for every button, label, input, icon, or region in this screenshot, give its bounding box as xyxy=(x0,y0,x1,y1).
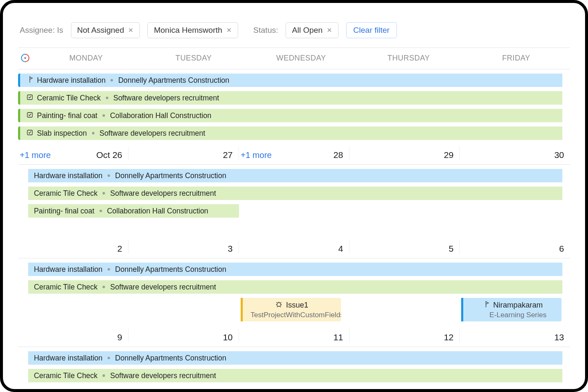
separator-dot xyxy=(102,114,105,117)
weeks-container: Hardware installationDonnelly Apartments… xyxy=(18,69,570,384)
milestone-icon xyxy=(26,76,34,85)
date-row: 23456 xyxy=(18,238,570,258)
separator-dot xyxy=(110,79,113,82)
date-number: 13 xyxy=(554,332,564,342)
status-filter-label: Status: xyxy=(253,26,278,35)
more-events-link[interactable]: +1 more xyxy=(241,150,272,160)
day-header-wed: WEDNESDAY xyxy=(247,54,355,63)
event-project: Software developers recruitment xyxy=(110,283,216,292)
separator-dot xyxy=(108,357,110,359)
separator-dot xyxy=(102,374,105,377)
date-number: 3 xyxy=(228,244,233,254)
event-project: Software developers recruitment xyxy=(113,94,219,103)
date-number: 29 xyxy=(444,150,454,160)
separator-dot xyxy=(102,286,105,288)
chip-label: All Open xyxy=(292,26,323,35)
week: Hardware installationDonnelly Apartments… xyxy=(18,69,570,165)
date-cell[interactable]: 27 xyxy=(128,147,239,160)
filter-chip-monica[interactable]: Monica Hemsworth ✕ xyxy=(147,22,238,38)
date-cell[interactable]: 3 xyxy=(128,240,239,254)
calendar-event[interactable]: Ceramic Tile CheckSoftware developers re… xyxy=(28,280,562,294)
calendar-settings-button[interactable] xyxy=(18,53,32,63)
date-number: 2 xyxy=(117,244,122,254)
date-number: Oct 26 xyxy=(96,150,122,160)
date-cell[interactable]: +1 moreOct 26 xyxy=(18,147,128,160)
filter-chip-status[interactable]: All Open ✕ xyxy=(286,22,339,38)
event-project: Collaboration Hall Construction xyxy=(110,111,211,120)
date-cell[interactable]: 6 xyxy=(459,240,570,254)
event-project: E-Learning Series xyxy=(478,311,546,319)
date-number: 4 xyxy=(338,244,343,254)
event-row: Painting- final coatCollaboration Hall C… xyxy=(18,109,570,124)
calendar-event[interactable]: Hardware installationDonnelly Apartments… xyxy=(28,169,562,182)
date-number: 30 xyxy=(554,150,564,160)
event-title: Hardware installation xyxy=(34,171,102,180)
close-icon[interactable]: ✕ xyxy=(128,26,134,34)
event-title: Hardware installation xyxy=(34,354,102,363)
event-row: Hardware installationDonnelly Apartments… xyxy=(18,351,570,366)
filter-bar: Assignee: Is Not Assigned ✕ Monica Hemsw… xyxy=(18,19,570,47)
event-row: Ceramic Tile CheckSoftware developers re… xyxy=(18,369,570,384)
event-row: Hardware installationDonnelly Apartments… xyxy=(18,169,570,184)
separator-dot xyxy=(108,268,110,271)
event-project: Donnelly Apartments Construction xyxy=(115,354,226,363)
event-title: Hardware installation xyxy=(37,76,105,85)
event-row: Ceramic Tile CheckSoftware developers re… xyxy=(18,91,570,106)
calendar-event[interactable]: Painting- final coatCollaboration Hall C… xyxy=(18,109,562,122)
date-cell[interactable]: 29 xyxy=(349,147,459,160)
gear-icon xyxy=(20,53,30,63)
event-title: Painting- final coat xyxy=(34,207,94,216)
day-header-fri: FRIDAY xyxy=(462,54,570,63)
calendar-event[interactable]: Hardware installationDonnelly Apartments… xyxy=(28,351,562,365)
date-cell[interactable]: +1 more28 xyxy=(239,147,349,160)
calendar-event[interactable]: Slab inspectionSoftware developers recru… xyxy=(18,126,562,140)
clear-filter-button[interactable]: Clear filter xyxy=(346,22,397,38)
separator-dot xyxy=(102,192,105,195)
date-number: 28 xyxy=(333,150,343,160)
date-number: 5 xyxy=(449,244,454,254)
date-cell[interactable]: 10 xyxy=(128,329,239,342)
event-project: Donnelly Apartments Construction xyxy=(118,76,229,85)
calendar-event-card[interactable]: NirampakaramE-Learning Series xyxy=(461,298,562,321)
event-row: Issue1TestProjectWithCustomFieldsNirampa… xyxy=(18,298,570,324)
date-cell[interactable]: 12 xyxy=(349,329,459,342)
event-row: Hardware installationDonnelly Apartments… xyxy=(18,263,570,278)
separator-dot xyxy=(92,132,94,134)
event-project: Software developers recruitment xyxy=(110,371,216,380)
date-cell[interactable]: 5 xyxy=(349,240,459,254)
week: Hardware installationDonnelly Apartments… xyxy=(18,258,570,347)
day-header: MONDAY TUESDAY WEDNESDAY THURSDAY FRIDAY xyxy=(18,48,570,69)
date-cell[interactable]: 11 xyxy=(239,329,349,342)
date-cell[interactable]: 4 xyxy=(239,240,349,254)
calendar-event-card[interactable]: Issue1TestProjectWithCustomFields xyxy=(241,298,341,321)
date-cell[interactable]: 9 xyxy=(18,329,128,342)
more-events-link[interactable]: +1 more xyxy=(20,150,51,160)
calendar-event[interactable]: Hardware installationDonnelly Apartments… xyxy=(18,74,562,87)
task-icon xyxy=(26,93,34,103)
event-title: Ceramic Tile Check xyxy=(34,283,98,292)
date-number: 11 xyxy=(333,332,343,342)
day-header-thu: THURSDAY xyxy=(355,54,462,63)
event-title: Painting- final coat xyxy=(37,111,97,120)
calendar-event[interactable]: Ceramic Tile CheckSoftware developers re… xyxy=(28,187,562,200)
event-title: Issue1 xyxy=(286,301,308,310)
event-project: Donnelly Apartments Construction xyxy=(115,265,226,274)
separator-dot xyxy=(106,97,108,99)
day-header-mon: MONDAY xyxy=(32,54,140,63)
date-cell[interactable]: 13 xyxy=(459,329,570,342)
chip-label: Monica Hemsworth xyxy=(154,26,222,35)
event-title: Hardware installation xyxy=(34,265,102,274)
task-icon xyxy=(26,111,34,121)
filter-chip-not-assigned[interactable]: Not Assigned ✕ xyxy=(71,22,140,38)
event-project: TestProjectWithCustomFields xyxy=(241,311,341,319)
close-icon[interactable]: ✕ xyxy=(226,26,232,34)
date-cell[interactable]: 2 xyxy=(18,240,128,254)
calendar-event[interactable]: Ceramic Tile CheckSoftware developers re… xyxy=(28,369,562,382)
calendar-event[interactable]: Ceramic Tile CheckSoftware developers re… xyxy=(18,91,562,105)
event-row: Slab inspectionSoftware developers recru… xyxy=(18,126,570,142)
calendar-event[interactable]: Hardware installationDonnelly Apartments… xyxy=(28,263,562,276)
close-icon[interactable]: ✕ xyxy=(327,26,332,34)
date-cell[interactable]: 30 xyxy=(459,147,570,160)
calendar-event[interactable]: Painting- final coatCollaboration Hall C… xyxy=(28,204,239,218)
chip-label: Not Assigned xyxy=(77,26,124,35)
